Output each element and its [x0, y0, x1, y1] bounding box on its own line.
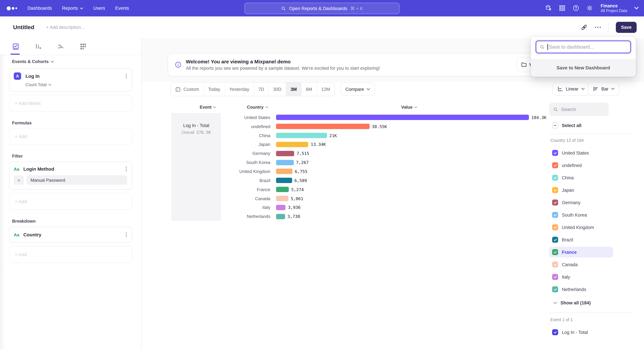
legend-item-united-kingdom[interactable]: United Kingdom [549, 222, 613, 233]
filter-card[interactable]: Aa Login Method = Manual Password [9, 162, 132, 190]
bar-germany[interactable] [276, 151, 294, 156]
series-checkbox[interactable] [552, 199, 558, 206]
date-range-30d[interactable]: 30D [269, 82, 286, 96]
bar-canada[interactable] [276, 196, 288, 201]
help-icon[interactable] [572, 5, 579, 11]
series-checkbox[interactable] [552, 224, 558, 230]
legend-item-italy[interactable]: Italy [549, 272, 613, 282]
metric-kebab-icon[interactable] [125, 73, 128, 79]
legend-item-germany[interactable]: Germany [549, 197, 613, 208]
bar-value-label: 21K [330, 133, 337, 138]
column-header-country[interactable]: Country [247, 105, 268, 110]
nav-reports[interactable]: Reports [62, 6, 83, 11]
filter-operator[interactable]: = [14, 175, 24, 185]
bar-france[interactable] [276, 187, 289, 192]
mixpanel-logo-icon[interactable] [7, 6, 18, 10]
add-filter-button[interactable]: + Add [9, 193, 132, 210]
global-search[interactable]: Open Reports & Dashboards ⌘ + K [244, 3, 400, 14]
series-checkbox[interactable] [552, 187, 558, 193]
series-checkbox[interactable] [552, 262, 558, 268]
series-checkbox[interactable] [552, 175, 558, 181]
string-property-icon: Aa [14, 232, 19, 237]
series-checkbox[interactable] [552, 150, 558, 156]
series-checkbox[interactable] [552, 162, 558, 168]
series-checkbox[interactable] [552, 274, 558, 280]
nav-dashboards[interactable]: Dashboards [28, 6, 52, 11]
settings-gear-icon[interactable] [586, 5, 593, 11]
bar-brazil[interactable] [276, 178, 292, 183]
tab-funnels-icon[interactable] [34, 43, 42, 50]
bar-china[interactable] [276, 133, 327, 138]
legend-item-brazil[interactable]: Brazil [549, 234, 613, 245]
breakdown-kebab-icon[interactable] [125, 232, 128, 238]
column-header-event[interactable]: Event [200, 105, 216, 110]
select-all-row[interactable]: Select all [549, 120, 613, 131]
bar-japan[interactable] [276, 142, 308, 147]
bar-south-korea[interactable] [276, 160, 294, 165]
project-chevron-down-icon[interactable] [634, 7, 639, 9]
save-button[interactable]: Save [616, 22, 636, 33]
add-formula-button[interactable]: + Add [9, 128, 132, 145]
series-checkbox[interactable] [552, 237, 558, 243]
project-selector[interactable]: Finance All Project Data [600, 3, 627, 13]
date-range-6m[interactable]: 6M [302, 82, 317, 96]
legend-item-undefined[interactable]: undefined [549, 160, 613, 171]
chart-type-button[interactable]: Bar [588, 82, 619, 95]
date-range-7d[interactable]: 7D [254, 82, 269, 96]
legend-item-south-korea[interactable]: South Korea [549, 210, 613, 220]
show-all-button[interactable]: Show all (184) [549, 297, 644, 308]
metric-event-name[interactable]: Log In [26, 73, 40, 79]
add-metric-button[interactable]: + Add Metric [9, 95, 132, 112]
tab-retention-icon[interactable] [80, 43, 87, 50]
legend-item-united-states[interactable]: United States [549, 147, 613, 158]
date-range-3m[interactable]: 3M [286, 82, 302, 96]
add-breakdown-button[interactable]: + Add [9, 246, 132, 263]
legend-item-canada[interactable]: Canada [549, 259, 613, 270]
series-checkbox[interactable] [552, 212, 558, 218]
select-all-checkbox[interactable] [552, 122, 558, 128]
events-cohorts-heading[interactable]: Events & Cohorts [12, 59, 141, 64]
legend-search-input[interactable]: Search [549, 103, 609, 116]
legend-item-netherlands[interactable]: Netherlands [549, 284, 613, 295]
legend-item-china[interactable]: China [549, 172, 613, 183]
legend-item-log-in-total[interactable]: Log In - Total [549, 327, 613, 338]
date-range-custom[interactable]: Custom [171, 82, 204, 96]
copy-link-icon[interactable] [580, 24, 588, 31]
series-checkbox[interactable] [552, 249, 558, 255]
breakdown-card[interactable]: Aa Country [9, 227, 132, 243]
more-options-icon[interactable] [595, 27, 601, 28]
apps-grid-icon[interactable] [559, 5, 565, 11]
date-range-today[interactable]: Today [204, 82, 225, 96]
bar-netherlands[interactable] [276, 214, 285, 219]
add-description[interactable]: + Add description... [46, 25, 85, 30]
date-range-yesterday[interactable]: Yesterday [225, 82, 254, 96]
filter-property-name[interactable]: Login Method [23, 166, 54, 172]
series-checkbox[interactable] [552, 329, 558, 335]
column-header-value[interactable]: Value [401, 105, 417, 110]
chart-bar-row: Brazil 6,589 [221, 176, 590, 185]
bar-italy[interactable] [276, 205, 286, 210]
nav-users[interactable]: Users [93, 6, 105, 11]
save-dashboard-placeholder: Save to dashboard... [549, 44, 594, 50]
legend-item-france[interactable]: France [549, 247, 613, 258]
filter-value[interactable]: Manual Password [26, 175, 127, 185]
report-title[interactable]: Untitled [13, 24, 34, 31]
tab-insights-icon[interactable] [12, 43, 20, 50]
nav-events[interactable]: Events [115, 6, 129, 11]
save-to-new-dashboard-button[interactable]: Save to New Dashboard [531, 59, 636, 76]
value-scale-button[interactable]: Linear [552, 82, 589, 95]
series-checkbox[interactable] [552, 286, 558, 292]
filter-kebab-icon[interactable] [125, 166, 128, 172]
tab-flows-icon[interactable] [57, 43, 64, 50]
data-management-icon[interactable] [545, 5, 552, 11]
bar-undefined[interactable] [276, 124, 370, 129]
legend-item-japan[interactable]: Japan [549, 185, 613, 195]
date-range-12m[interactable]: 12M [317, 82, 334, 96]
metric-aggregation[interactable]: Count Total [26, 82, 128, 87]
bar-united-kingdom[interactable] [276, 169, 292, 174]
metric-card[interactable]: A Log In Count Total [9, 68, 132, 91]
bar-united-states[interactable] [276, 115, 529, 120]
compare-button[interactable]: Compare [341, 82, 375, 96]
breakdown-property-name[interactable]: Country [23, 232, 41, 237]
save-dashboard-search-input[interactable]: Save to dashboard... [536, 40, 631, 53]
